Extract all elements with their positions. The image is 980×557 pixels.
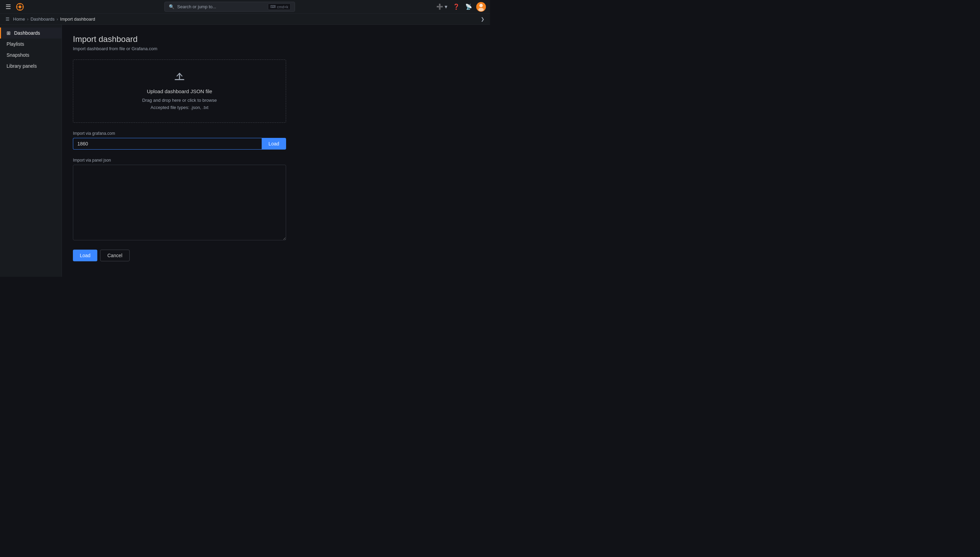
avatar[interactable]	[476, 2, 486, 12]
collapse-icon[interactable]: ❯	[481, 16, 485, 22]
page-subtitle: Import dashboard from file or Grafana.co…	[73, 46, 479, 51]
library-panels-label: Library panels	[7, 63, 37, 69]
load-button[interactable]: Load	[73, 250, 97, 261]
topbar-center: 🔍 Search or jump to... ⌨ cmd+k	[25, 2, 435, 12]
sidebar-item-dashboards[interactable]: ⊞ Dashboards	[0, 28, 62, 39]
upload-accepted-types: Accepted file types: .json, .txt	[84, 104, 275, 111]
snapshots-label: Snapshots	[7, 52, 29, 58]
add-button[interactable]: ➕ ▾	[435, 2, 449, 11]
hamburger-breadcrumb[interactable]: ☰	[5, 16, 10, 22]
grafana-import-input[interactable]	[73, 138, 262, 150]
sidebar-item-snapshots[interactable]: Snapshots	[0, 49, 62, 60]
search-bar[interactable]: 🔍 Search or jump to... ⌨ cmd+k	[164, 2, 295, 12]
breadcrumb-sep-1: ›	[27, 17, 29, 22]
breadcrumb-home[interactable]: Home	[13, 16, 25, 22]
breadcrumb-dashboards[interactable]: Dashboards	[31, 16, 55, 22]
grafana-import-label: Import via grafana.com	[73, 131, 286, 136]
upload-dropzone[interactable]: Upload dashboard JSON file Drag and drop…	[73, 59, 286, 123]
sidebar-item-dashboards-label: Dashboards	[14, 30, 40, 36]
dashboards-icon: ⊞	[7, 30, 11, 36]
main-layout: ⊞ Dashboards Playlists Snapshots Library…	[0, 25, 490, 277]
grafana-logo	[15, 2, 25, 12]
topbar-right: ➕ ▾ ❓ 📡	[435, 2, 486, 12]
playlists-label: Playlists	[7, 41, 24, 47]
upload-drag-text: Drag and drop here or click to browse	[84, 97, 275, 104]
sidebar: ⊞ Dashboards Playlists Snapshots Library…	[0, 25, 62, 277]
panel-json-section: Import via panel json	[73, 158, 286, 241]
grafana-import-section: Import via grafana.com Load	[73, 131, 286, 150]
keyboard-icon: ⌨	[270, 5, 276, 9]
sidebar-item-library-panels[interactable]: Library panels	[0, 60, 62, 72]
search-placeholder-text: Search or jump to...	[177, 4, 216, 9]
panel-json-textarea[interactable]	[73, 165, 286, 240]
svg-rect-10	[175, 79, 184, 80]
breadcrumb: ☰ Home › Dashboards › Import dashboard ❯	[0, 14, 490, 25]
notifications-icon[interactable]: 📡	[464, 2, 474, 11]
search-shortcut: ⌨ cmd+k	[268, 3, 291, 10]
content-area: Import dashboard Import dashboard from f…	[62, 25, 490, 277]
breadcrumb-current: Import dashboard	[60, 16, 95, 22]
upload-icon	[84, 71, 275, 84]
sidebar-item-playlists[interactable]: Playlists	[0, 39, 62, 49]
upload-title: Upload dashboard JSON file	[84, 88, 275, 94]
page-title: Import dashboard	[73, 34, 479, 44]
hamburger-menu[interactable]: ☰	[4, 2, 12, 12]
panel-json-label: Import via panel json	[73, 158, 286, 163]
topbar-left: ☰	[4, 2, 25, 12]
help-icon[interactable]: ❓	[451, 2, 461, 11]
breadcrumb-sep-2: ›	[57, 17, 58, 22]
svg-point-2	[19, 5, 21, 8]
form-actions: Load Cancel	[73, 250, 286, 261]
svg-point-9	[478, 8, 484, 11]
grafana-import-input-group: Load	[73, 138, 286, 150]
cancel-button[interactable]: Cancel	[100, 250, 130, 261]
search-icon: 🔍	[169, 4, 174, 9]
topbar: ☰ 🔍 Search or jump to... ⌨ cmd+k ➕ ▾ ❓ 📡	[0, 0, 490, 14]
svg-point-8	[479, 4, 483, 7]
grafana-import-load-button[interactable]: Load	[262, 138, 286, 150]
